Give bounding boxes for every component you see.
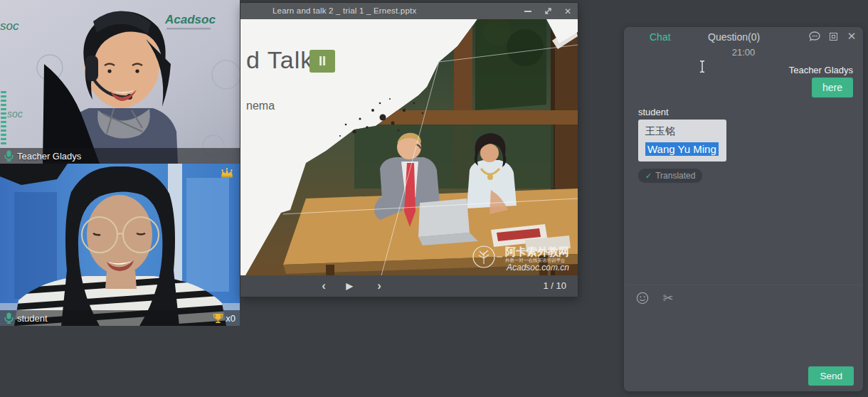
text-cursor xyxy=(698,60,706,76)
brand-partial-text: soc xyxy=(0,19,19,33)
message-sender-teacher: Teacher Gladys xyxy=(789,65,853,75)
ppt-nav-bar: ‹ ▶ › 1 / 10 xyxy=(240,275,578,297)
brand-text: Acadsoc xyxy=(164,13,216,26)
crown-icon xyxy=(220,167,234,179)
chat-input-area[interactable]: ✂ Send xyxy=(624,285,863,391)
audio-meter-segment xyxy=(1,100,6,102)
microphone-icon xyxy=(4,150,14,162)
watermark-en-text: Acadsoc.com.cn xyxy=(506,263,569,272)
tab-chat[interactable]: Chat xyxy=(650,31,671,43)
chat-timestamp: 21:00 xyxy=(624,47,863,58)
tab-question[interactable]: Question(0) xyxy=(708,31,760,43)
ppt-titlebar[interactable]: Learn and talk 2 _ trial 1 _ Ernest.pptx… xyxy=(240,3,578,19)
message-translated-text-selected[interactable]: Wang Yu Ming xyxy=(645,142,719,156)
reward-count-label: x0 xyxy=(226,313,235,324)
slide-subtitle-text: nema xyxy=(246,100,275,112)
brand-partial-text-2: soc xyxy=(7,108,23,120)
close-button[interactable]: ✕ xyxy=(562,6,573,17)
close-chat-icon[interactable]: ✕ xyxy=(846,31,857,42)
teacher-message-bubble[interactable]: here xyxy=(812,78,853,97)
audio-meter-segment xyxy=(1,142,6,144)
send-button[interactable]: Send xyxy=(808,366,854,386)
audio-meter-segment xyxy=(1,125,6,127)
check-icon: ✓ xyxy=(645,171,652,181)
audio-meter-segment xyxy=(1,129,6,132)
prev-slide-button[interactable]: ‹ xyxy=(314,275,333,297)
teacher-label-bar: Teacher Gladys xyxy=(0,148,240,164)
student-video-scene xyxy=(0,164,240,326)
ppt-window-title: Learn and talk 2 _ trial 1 _ Ernest.pptx xyxy=(272,3,416,19)
message-sender-student: student xyxy=(638,107,669,117)
page-indicator: 1 / 10 xyxy=(543,275,566,297)
trophy-icon xyxy=(213,313,223,324)
minimize-button[interactable] xyxy=(522,6,534,17)
student-message-bubble[interactable]: 王玉铭 Wang Yu Ming xyxy=(638,120,726,162)
watermark-cn-text: 阿卡索外教网 xyxy=(505,245,569,258)
teacher-video-feed[interactable]: soc Acadsoc soc xyxy=(0,0,240,164)
slide-level-badge: II xyxy=(309,50,335,73)
screenshot-scissors-icon[interactable]: ✂ xyxy=(661,291,675,305)
translated-label: Translated xyxy=(655,171,695,181)
next-slide-button[interactable]: › xyxy=(370,275,388,297)
audio-meter-segment xyxy=(1,91,6,93)
audio-meter-segment xyxy=(1,95,6,97)
chat-panel: Chat Question(0) ✕ 21:00 xyxy=(624,27,863,391)
slide-title-text: d Talk xyxy=(246,46,313,74)
audio-meter-segment xyxy=(1,108,6,110)
chat-bubble-icon[interactable] xyxy=(809,31,820,42)
audio-meter-segment xyxy=(1,138,6,140)
audio-meter-segment xyxy=(1,104,6,106)
teacher-name-label: Teacher Gladys xyxy=(17,151,81,162)
audio-meter-segment xyxy=(1,121,6,123)
audio-meter-segment xyxy=(1,117,6,119)
audio-level-meter xyxy=(1,91,6,144)
popout-window-icon[interactable] xyxy=(827,31,839,42)
emoji-icon[interactable] xyxy=(635,291,650,305)
expand-icon xyxy=(544,7,552,15)
slide-canvas[interactable]: 阿卡索外教网 外教一对一在线英语培训平台 Acadsoc.com.cn d Ta… xyxy=(240,19,578,275)
app-window: soc Acadsoc soc xyxy=(0,0,868,397)
student-name-label: student xyxy=(17,313,48,324)
ppt-window: Learn and talk 2 _ trial 1 _ Ernest.pptx… xyxy=(240,3,578,297)
translated-badge: ✓ Translated xyxy=(638,169,702,183)
message-original-text: 王玉铭 xyxy=(645,125,719,138)
student-video-feed[interactable]: student x0 xyxy=(0,164,240,326)
maximize-button[interactable] xyxy=(542,6,554,17)
teacher-video-scene: soc Acadsoc soc xyxy=(0,0,240,164)
microphone-icon xyxy=(4,312,14,324)
audio-meter-segment xyxy=(1,134,6,136)
audio-meter-segment xyxy=(1,112,6,115)
play-button[interactable]: ▶ xyxy=(340,275,359,297)
student-label-bar: student x0 xyxy=(0,310,240,326)
chat-header: Chat Question(0) ✕ xyxy=(624,27,863,48)
